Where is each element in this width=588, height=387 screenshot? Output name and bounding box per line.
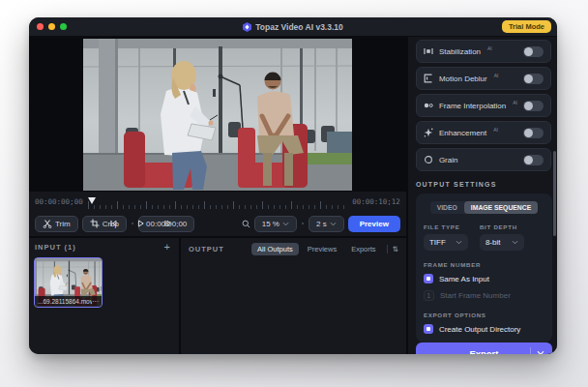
same-as-input-label: Same As Input: [439, 275, 489, 283]
next-frame-icon: [162, 219, 172, 228]
input-panel-title: INPUT (1): [35, 243, 76, 252]
export-options-label: EXPORT OPTIONS: [424, 312, 544, 318]
motion-deblur-toggle[interactable]: [523, 74, 544, 84]
start-frame-option[interactable]: 1 Start Frame Number: [424, 290, 544, 301]
bit-depth-value: 8-bit: [485, 238, 501, 247]
clip-menu-button[interactable]: ⋯: [92, 298, 99, 306]
chevron-down-icon: [330, 222, 337, 226]
input-clip-thumbnail[interactable]: ...69.28115864.mov ⋯: [34, 257, 103, 308]
output-panel: OUTPUT All Outputs Previews Exports ⇅: [181, 238, 406, 354]
bit-depth-label: BIT DEPTH: [480, 223, 517, 230]
play-button[interactable]: [134, 218, 146, 229]
timeline-start-timecode: 00:00:00;00: [35, 197, 83, 206]
export-button-label: Export: [469, 348, 498, 355]
tab-previews[interactable]: Previews: [302, 243, 342, 255]
timeline-end-timecode: 00:00:10;12: [352, 197, 400, 206]
crop-button[interactable]: Crop: [82, 216, 127, 232]
create-output-directory-option[interactable]: Create Output Directory: [424, 324, 544, 334]
minimize-button[interactable]: [48, 23, 55, 30]
timeline-ruler[interactable]: [88, 197, 348, 209]
next-frame-button[interactable]: [162, 218, 173, 229]
chevron-down-icon: [282, 222, 289, 226]
filter-label: Stabilization: [439, 47, 481, 56]
filter-label: Frame Interpolation: [439, 102, 506, 110]
file-type-value: TIFF: [429, 238, 446, 247]
tab-all-outputs[interactable]: All Outputs: [251, 243, 299, 255]
window-title: Topaz Video AI v3.3.10: [255, 22, 343, 32]
bit-depth-select[interactable]: 8-bit: [480, 234, 524, 251]
tabs-divider: [387, 245, 388, 253]
format-tab-image-sequence[interactable]: IMAGE SEQUENCE: [464, 201, 538, 214]
file-type-select[interactable]: TIFF: [424, 234, 468, 251]
previous-frame-button[interactable]: [107, 218, 119, 229]
app-window: Topaz Video AI v3.3.10 Trial Mode 00:00:…: [29, 17, 557, 354]
same-as-input-option[interactable]: Same As Input: [424, 274, 544, 283]
ai-superscript: AI: [493, 127, 498, 133]
preview-duration-select[interactable]: 2 s: [309, 216, 344, 232]
app-logo-icon: [243, 22, 251, 32]
stabilization-icon: [424, 46, 433, 56]
zoom-level-select[interactable]: 15 %: [254, 216, 297, 232]
add-input-button[interactable]: +: [162, 243, 173, 252]
output-panel-title: OUTPUT: [189, 245, 224, 253]
crop-icon: [90, 219, 100, 228]
format-tab-video[interactable]: VIDEO: [430, 201, 464, 214]
preview-duration-value: 2 s: [316, 220, 327, 228]
chevron-down-icon: [456, 240, 462, 245]
sidebar-scrollbar[interactable]: [553, 151, 556, 236]
filter-label: Enhancement: [439, 129, 486, 137]
play-icon: [135, 219, 145, 228]
input-panel: INPUT (1) + ...69.28115864.mov ⋯: [29, 238, 181, 354]
frame-interpolation-icon: [424, 101, 433, 110]
export-button[interactable]: Export: [416, 342, 552, 354]
separator-dot: [132, 223, 133, 224]
ai-superscript: AI: [513, 100, 517, 105]
zoom-window-button[interactable]: [60, 23, 67, 30]
scissors-icon: [43, 219, 52, 228]
filter-frame-interpolation[interactable]: Frame InterpolationAI: [416, 94, 551, 117]
format-segmented-control: VIDEO IMAGE SEQUENCE: [430, 201, 538, 214]
filter-label: Motion Deblur: [439, 74, 487, 83]
enhancement-toggle[interactable]: [523, 128, 544, 138]
frame-number-label: FRAME NUMBER: [424, 261, 544, 268]
filter-grain[interactable]: Grain: [416, 148, 551, 171]
timeline: 00:00:00;00 00:00:10;12: [29, 192, 406, 211]
motion-deblur-icon: [424, 74, 433, 83]
titlebar: Topaz Video AI v3.3.10 Trial Mode: [29, 17, 557, 37]
stabilization-toggle[interactable]: [523, 46, 544, 57]
chevron-down-icon: [512, 240, 518, 245]
filter-stabilization[interactable]: StabilizationAI: [416, 40, 551, 63]
enhancement-sparkle-icon: [424, 128, 433, 137]
checkbox-checked-icon[interactable]: [424, 274, 433, 283]
ai-superscript: AI: [487, 45, 492, 51]
close-button[interactable]: [37, 23, 44, 30]
preview-button[interactable]: Preview: [348, 216, 400, 232]
separator-dot: [302, 223, 304, 224]
grain-icon: [424, 155, 433, 164]
playhead-marker[interactable]: [88, 197, 96, 204]
filter-motion-deblur[interactable]: Motion DeblurAI: [416, 67, 551, 90]
toolbar: Trim Crop 00:00:00;00: [29, 211, 406, 236]
trim-button[interactable]: Trim: [35, 216, 78, 232]
grain-toggle[interactable]: [523, 155, 544, 165]
filter-label: Grain: [439, 156, 458, 164]
magnifier-icon: [242, 220, 250, 228]
start-frame-input[interactable]: 1: [424, 290, 434, 301]
filters-sidebar: StabilizationAI Motion DeblurAI: [406, 37, 557, 354]
trial-mode-badge[interactable]: Trial Mode: [502, 20, 551, 33]
clip-filename: ...69.28115864.mov: [38, 298, 92, 305]
checkbox-checked-icon[interactable]: [424, 324, 433, 334]
video-frame: [83, 39, 352, 191]
filter-enhancement[interactable]: EnhancementAI: [416, 121, 551, 144]
video-preview-area: [29, 37, 406, 192]
tab-exports[interactable]: Exports: [345, 243, 381, 255]
output-settings-card: VIDEO IMAGE SEQUENCE FILE TYPE BIT DEPTH…: [416, 194, 552, 342]
start-frame-label: Start Frame Number: [440, 291, 511, 300]
previous-frame-icon: [108, 219, 118, 228]
sort-icon[interactable]: ⇅: [393, 245, 398, 253]
create-output-directory-label: Create Output Directory: [439, 325, 520, 334]
output-settings-title: OUTPUT SETTINGS: [416, 181, 549, 188]
traffic-lights: [37, 23, 67, 30]
frame-interpolation-toggle[interactable]: [523, 101, 544, 111]
chevron-down-icon[interactable]: [537, 350, 544, 354]
